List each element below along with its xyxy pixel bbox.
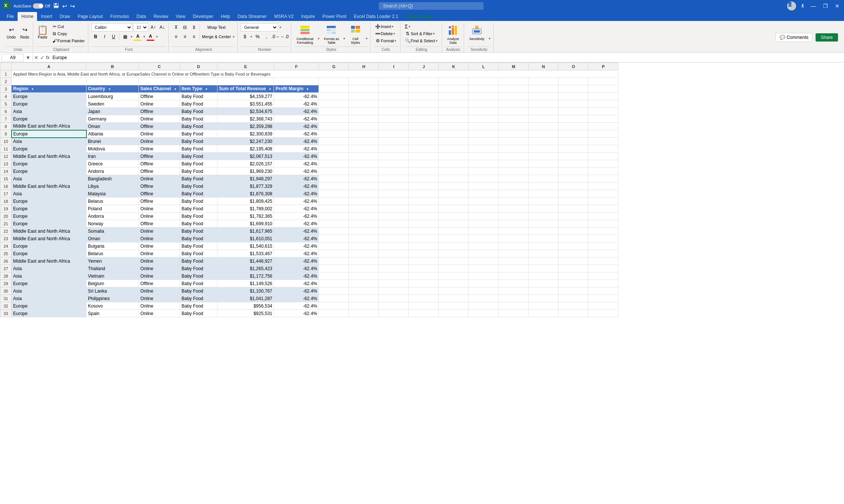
cell-C5[interactable]: Online [139,100,180,108]
cell-empty-8-8[interactable] [558,123,588,130]
cell-C24[interactable]: Online [139,242,180,250]
cell-E5[interactable]: $3,551,455 [217,100,274,108]
cell-M2[interactable] [499,78,528,85]
cell-E10[interactable]: $2,247,230 [217,138,274,145]
cell-empty-25-3[interactable] [409,250,439,257]
font-family-select[interactable]: Calibri [91,23,132,31]
cell-C2[interactable] [139,78,180,85]
cell-empty-16-5[interactable] [469,183,499,190]
col-header-N[interactable]: N [528,63,558,70]
cell-F24[interactable]: -62.4% [274,242,319,250]
cell-empty-23-9[interactable] [588,235,618,242]
cell-empty-22-0[interactable] [319,227,349,235]
cell-empty-8-5[interactable] [469,123,499,130]
cell-empty-26-6[interactable] [499,257,528,265]
cell-F23[interactable]: -62.4% [274,235,319,242]
cell-empty-14-8[interactable] [558,168,588,175]
cell-empty-20-7[interactable] [528,213,558,220]
cell-empty-31-4[interactable] [439,295,469,302]
cell-empty-25-6[interactable] [499,250,528,257]
cell-B20[interactable]: Andorra [86,213,139,220]
cell-empty-20-8[interactable] [558,213,588,220]
underline-btn[interactable]: U [109,33,118,41]
cell-F8[interactable]: -62.4% [274,123,319,130]
cell-E19[interactable]: $1,789,002 [217,205,274,213]
row-num-25[interactable]: 25 [0,250,12,257]
cell-empty-4-5[interactable] [469,93,499,100]
cell-empty-15-5[interactable] [469,175,499,183]
filter-item-icon[interactable]: ▼ [204,87,208,92]
cell-empty-11-3[interactable] [409,145,439,153]
cell-L3[interactable] [469,85,499,93]
cell-D10[interactable]: Baby Food [180,138,217,145]
cell-F33[interactable]: -62.4% [274,310,319,317]
cell-empty-12-6[interactable] [499,153,528,160]
cell-styles-arrow[interactable]: ▼ [365,37,368,40]
cell-empty-4-1[interactable] [349,93,379,100]
cell-B6[interactable]: Japan [86,108,139,115]
cell-C27[interactable]: Online [139,265,180,272]
cell-empty-18-5[interactable] [469,198,499,205]
cell-D24[interactable]: Baby Food [180,242,217,250]
filter-sales-icon[interactable]: ▼ [173,87,177,92]
cell-C32[interactable]: Online [139,302,180,310]
sort-filter-btn[interactable]: ⇅ Sort & Filter ▼ [403,30,436,37]
cell-D23[interactable]: Baby Food [180,235,217,242]
cell-empty-11-8[interactable] [558,145,588,153]
cell-empty-4-7[interactable] [528,93,558,100]
cell-empty-31-9[interactable] [588,295,618,302]
cell-A31[interactable]: Asia [12,295,86,302]
ribbon-icon[interactable]: 🎗 [801,3,805,9]
cell-empty-8-0[interactable] [319,123,349,130]
cell-B13[interactable]: Greece [86,160,139,168]
cell-empty-31-0[interactable] [319,295,349,302]
cell-empty-11-7[interactable] [528,145,558,153]
cell-empty-31-1[interactable] [349,295,379,302]
cell-empty-31-6[interactable] [499,295,528,302]
cell-empty-32-2[interactable] [379,302,409,310]
merge-center-btn[interactable]: Merge & Center [201,33,231,41]
cell-empty-19-3[interactable] [409,205,439,213]
cell-B22[interactable]: Somalia [86,227,139,235]
cell-empty-11-5[interactable] [469,145,499,153]
cell-empty-16-2[interactable] [379,183,409,190]
header-region[interactable]: Region ▼ [12,85,86,93]
tab-power-pivot[interactable]: Power Pivot [319,12,350,21]
cell-empty-5-5[interactable] [469,100,499,108]
cell-empty-8-6[interactable] [499,123,528,130]
cell-C33[interactable]: Online [139,310,180,317]
cell-empty-32-1[interactable] [349,302,379,310]
cell-D32[interactable]: Baby Food [180,302,217,310]
cell-A15[interactable]: Asia [12,175,86,183]
fmt-table-arrow[interactable]: ▼ [343,37,346,40]
cell-empty-25-2[interactable] [379,250,409,257]
cell-empty-7-0[interactable] [319,115,349,123]
cell-M3[interactable] [499,85,528,93]
cell-empty-23-5[interactable] [469,235,499,242]
row-num-33[interactable]: 33 [0,310,12,317]
cell-E21[interactable]: $1,699,910 [217,220,274,227]
col-header-K[interactable]: K [439,63,469,70]
cell-empty-12-5[interactable] [469,153,499,160]
cell-empty-10-3[interactable] [409,138,439,145]
cell-empty-22-5[interactable] [469,227,499,235]
cell-empty-24-4[interactable] [439,242,469,250]
cell-empty-26-1[interactable] [349,257,379,265]
cell-empty-19-5[interactable] [469,205,499,213]
cell-empty-26-3[interactable] [409,257,439,265]
cell-A22[interactable]: Middle East and North Africa [12,227,86,235]
cell-empty-12-1[interactable] [349,153,379,160]
cell-E14[interactable]: $1,969,230 [217,168,274,175]
cell-empty-32-9[interactable] [588,302,618,310]
copy-btn[interactable]: ⧉ Copy [51,30,86,37]
cell-O3[interactable] [558,85,588,93]
filter-revenue-icon[interactable]: ▼ [268,87,272,92]
col-header-F[interactable]: F [274,63,319,70]
cell-C20[interactable]: Online [139,213,180,220]
cell-empty-28-8[interactable] [558,272,588,280]
cell-empty-18-6[interactable] [499,198,528,205]
row-num-9[interactable]: 9 [0,130,12,138]
col-header-G[interactable]: G [319,63,349,70]
row-num-14[interactable]: 14 [0,168,12,175]
cell-empty-11-4[interactable] [439,145,469,153]
